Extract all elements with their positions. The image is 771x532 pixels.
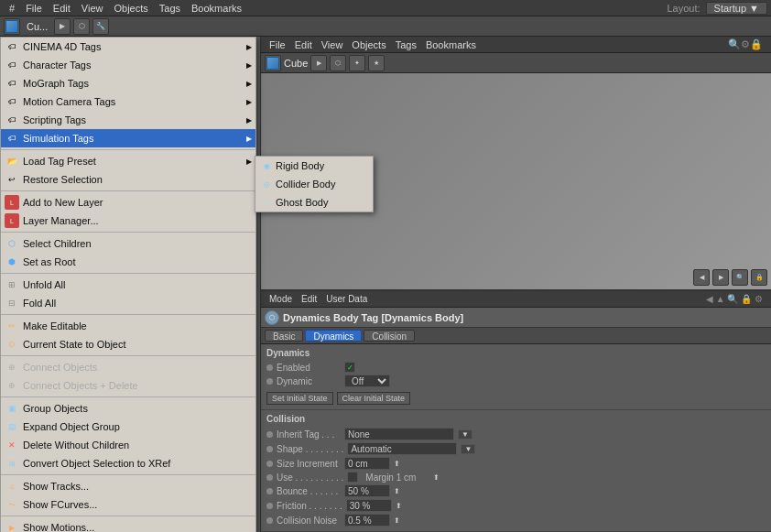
menu-make-editable[interactable]: ✏ Make Editable	[1, 317, 255, 335]
collision-noise-input[interactable]	[344, 514, 390, 527]
menu-mograph-tags[interactable]: 🏷 MoGraph Tags ▶	[1, 74, 255, 92]
size-increment-stepper[interactable]: ⬆	[394, 460, 400, 468]
menu-character-tags[interactable]: 🏷 Character Tags ▶	[1, 56, 255, 74]
show-tracks-icon: ♫	[5, 479, 19, 494]
margin-stepper[interactable]: ⬆	[433, 473, 440, 482]
menu-show-fcurves[interactable]: 〜 Show FCurves...	[1, 495, 255, 514]
left-panel: 🏷 CINEMA 4D Tags ▶ 🏷 Character Tags ▶ 🏷 …	[0, 37, 261, 532]
set-as-root-icon: ⬢	[5, 255, 19, 269]
toolbar-btn-2[interactable]: ⬡	[73, 18, 90, 35]
menu-rigid-body[interactable]: ◉ Rigid Body	[255, 157, 373, 175]
menu-view[interactable]: View	[76, 3, 109, 14]
enabled-checkbox[interactable]: ✓	[344, 362, 355, 373]
menu-current-state-to-object[interactable]: ⊙ Current State to Object	[1, 335, 255, 353]
right-menu-file[interactable]: File	[265, 39, 290, 50]
menu-group-objects[interactable]: ▣ Group Objects	[1, 399, 255, 418]
dyn-menu-userdata[interactable]: User Data	[321, 294, 372, 304]
cinema4d-tags-icon: 🏷	[5, 39, 19, 54]
menu-delete-without-children[interactable]: ✕ Delete Without Children	[1, 436, 255, 454]
arrow-icon-7: ▶	[246, 157, 252, 166]
right-cube-icon[interactable]	[265, 55, 281, 71]
bounce-stepper[interactable]: ⬆	[394, 487, 400, 495]
right-menu-edit[interactable]: Edit	[290, 39, 317, 50]
right-menu-tags[interactable]: Tags	[391, 39, 421, 50]
viewport-btn-2[interactable]: ▶	[712, 269, 729, 286]
shape-arrow[interactable]: ▼	[461, 444, 475, 454]
menu-layer-manager[interactable]: L Layer Manager...	[1, 212, 255, 230]
inherit-tag-input[interactable]	[344, 428, 454, 440]
size-increment-input[interactable]	[344, 457, 390, 470]
menu-hash[interactable]: #	[4, 3, 20, 14]
shape-input[interactable]	[347, 442, 457, 455]
menu-fold-all[interactable]: ⊟ Fold All	[1, 294, 255, 312]
menu-collider-body[interactable]: ◎ Collider Body	[255, 175, 373, 193]
shape-row: Shape . . . . . . . . ▼	[266, 441, 766, 456]
right-menu-bookmarks[interactable]: Bookmarks	[421, 39, 481, 50]
separator-9	[1, 516, 255, 516]
collision-noise-stepper[interactable]: ⬆	[394, 516, 400, 525]
menu-file[interactable]: File	[20, 3, 48, 14]
right-tb-3[interactable]: ✦	[349, 55, 365, 71]
arrow-icon-6: ▶	[246, 135, 252, 143]
menu-objects[interactable]: Objects	[108, 3, 153, 14]
menu-convert-xref[interactable]: ⊞ Convert Object Selection to XRef	[1, 454, 255, 472]
dynamic-select[interactable]: Off On	[344, 375, 390, 387]
viewport-btn-1[interactable]: ◀	[693, 269, 710, 286]
menu-show-tracks[interactable]: ♫ Show Tracks...	[1, 477, 255, 495]
layout-value[interactable]: Startup ▼	[706, 2, 767, 15]
friction-stepper[interactable]: ⬆	[396, 502, 402, 510]
bounce-input[interactable]	[344, 484, 390, 497]
toolbar-cube-btn[interactable]	[4, 18, 20, 35]
menu-add-to-new-layer[interactable]: L Add to New Layer	[1, 193, 255, 212]
right-toolbar: Cube ▶ ⬡ ✦ ★	[261, 53, 771, 73]
toolbar-btn-1[interactable]: ▶	[54, 18, 71, 35]
right-tb-4[interactable]: ★	[368, 55, 385, 71]
menu-cinema4d-tags[interactable]: 🏷 CINEMA 4D Tags ▶	[1, 38, 255, 56]
dyn-menu-edit[interactable]: Edit	[297, 294, 321, 304]
right-tb-2[interactable]: ⬡	[330, 55, 346, 71]
viewport-btn-3[interactable]: 🔍	[732, 269, 748, 286]
state-buttons-row: Set Initial State Clear Initial State	[266, 391, 766, 406]
menu-tags[interactable]: Tags	[154, 3, 186, 14]
dynamics-panel-title: Dynamics Body Tag [Dynamics Body]	[283, 312, 463, 323]
dynamics-section: Dynamics Enabled ✓ Dynamic Off On	[261, 344, 771, 410]
dyn-menu-mode[interactable]: Mode	[265, 294, 297, 304]
menu-expand-object-group[interactable]: ▤ Expand Object Group	[1, 418, 255, 436]
right-menu-objects[interactable]: Objects	[347, 39, 390, 50]
viewport-btn-4[interactable]: 🔒	[751, 269, 767, 286]
separator-2	[1, 190, 255, 191]
arrow-icon-4: ▶	[246, 98, 252, 106]
tab-dynamics[interactable]: Dynamics	[305, 330, 362, 342]
menu-simulation-tags[interactable]: 🏷 Simulation Tags ▶	[1, 129, 255, 147]
friction-input[interactable]	[346, 499, 392, 512]
inherit-tag-arrow[interactable]: ▼	[458, 429, 472, 440]
mograph-tags-icon: 🏷	[5, 76, 19, 91]
right-menu-view[interactable]: View	[317, 39, 348, 50]
menu-unfold-all[interactable]: ⊞ Unfold All	[1, 276, 255, 294]
menu-bookmarks[interactable]: Bookmarks	[186, 3, 247, 14]
menu-edit[interactable]: Edit	[48, 3, 76, 14]
clear-initial-state-btn[interactable]: Clear Initial State	[337, 392, 411, 405]
menu-restore-selection[interactable]: ↩ Restore Selection	[1, 170, 255, 189]
menu-scripting-tags[interactable]: 🏷 Scripting Tags ▶	[1, 111, 255, 129]
menu-load-tag-preset[interactable]: 📂 Load Tag Preset ▶	[1, 152, 255, 170]
top-menubar: # File Edit View Objects Tags Bookmarks …	[0, 0, 771, 16]
use-label: Use . . . . . . . . . .	[277, 472, 343, 483]
menu-motion-camera-tags[interactable]: 🏷 Motion Camera Tags ▶	[1, 92, 255, 111]
right-tb-1[interactable]: ▶	[310, 55, 327, 71]
delete-without-children-icon: ✕	[5, 438, 19, 452]
motion-camera-tags-icon: 🏷	[5, 94, 19, 109]
collision-noise-label: Collision Noise	[277, 516, 341, 526]
load-tag-preset-icon: 📂	[5, 154, 19, 168]
simulation-tags-submenu: ◉ Rigid Body ◎ Collider Body ○ Ghost Bod…	[255, 156, 374, 212]
toolbar-btn-3[interactable]: 🔧	[92, 18, 109, 35]
set-initial-state-btn[interactable]: Set Initial State	[266, 392, 333, 405]
menu-show-motions[interactable]: ▶ Show Motions...	[1, 518, 255, 532]
menu-ghost-body[interactable]: ○ Ghost Body	[255, 193, 373, 212]
tab-basic[interactable]: Basic	[265, 330, 303, 342]
current-state-icon: ⊙	[5, 337, 19, 352]
use-checkbox[interactable]	[347, 472, 358, 483]
menu-set-as-root[interactable]: ⬢ Set as Root	[1, 253, 255, 271]
menu-select-children[interactable]: ⬡ Select Children	[1, 234, 255, 253]
tab-collision[interactable]: Collision	[364, 330, 415, 342]
